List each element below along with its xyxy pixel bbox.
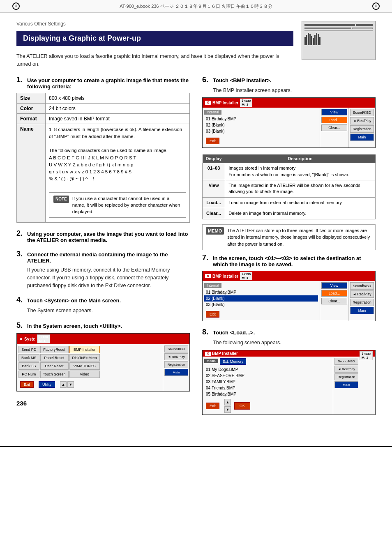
- load-item-03[interactable]: 03:FAMILY.BMP: [204, 379, 331, 385]
- disk-to-ext-btn[interactable]: DiskToExtMem: [69, 354, 100, 362]
- side-registration-1[interactable]: Registration: [350, 125, 374, 133]
- step-4: 4. Touch <System> on the Main screen. Th…: [16, 296, 190, 315]
- bank-ls-btn[interactable]: Bank LS: [18, 362, 39, 370]
- top-registration-bar: AT-900_e.book 236 ページ ２０１８年９月１６日 火曜日 午前１…: [0, 0, 392, 13]
- step-6: 6. Touch <BMP Installer>. The BMP Instal…: [202, 76, 376, 148]
- bmp-close-2[interactable]: ✕: [205, 274, 211, 278]
- clear-btn-2[interactable]: Clear...: [321, 298, 347, 304]
- load-btn-1[interactable]: Load...: [321, 117, 347, 123]
- send-pd-btn[interactable]: Send PD: [18, 346, 39, 353]
- step-2-title: Using your computer, save the image that…: [27, 231, 190, 243]
- bmp-item-02[interactable]: 02:(Blank): [204, 122, 318, 128]
- internal-tab-1[interactable]: Internal: [204, 110, 221, 115]
- desc-text-4: Delete an image from internal memory.: [225, 208, 376, 219]
- side-main-2[interactable]: Main: [350, 307, 374, 314]
- main-btn[interactable]: Main: [164, 369, 188, 376]
- load-rec-play[interactable]: ◄ Rec/Play: [334, 366, 358, 373]
- load-exit-btn[interactable]: Exit: [206, 403, 219, 409]
- step-7-heading: 7. In the screen, touch <01>–<03> to sel…: [202, 253, 376, 267]
- bmp2-item-02[interactable]: 02:(Blank): [204, 295, 318, 302]
- desc-header-row: Display Description: [203, 154, 376, 163]
- sys-exit-btn[interactable]: Exit: [20, 381, 34, 388]
- step-7-title: In the screen, touch <01>–<03> to select…: [213, 255, 376, 267]
- load-sound-kbd[interactable]: Sound/KBD: [334, 358, 358, 365]
- table-row: Format Image saved in BMP format: [17, 113, 190, 124]
- internal-tab-2[interactable]: Internal: [204, 283, 221, 288]
- table-row: View The image stored in the ATELIER wil…: [203, 180, 376, 198]
- sys-close-btn[interactable]: ✕: [19, 337, 23, 341]
- main-two-col: 1. Use your computer to create a graphic…: [16, 76, 376, 421]
- load-btn-2[interactable]: Load...: [321, 290, 347, 297]
- load-arrow-down[interactable]: ▼: [224, 406, 231, 413]
- bmp-installer-btn[interactable]: BMP Installer: [69, 346, 100, 353]
- load-item-04[interactable]: 04:Friends.BMP: [204, 385, 331, 391]
- registration-btn[interactable]: Registration: [164, 361, 188, 368]
- desc-text-3: Load an image from external media into i…: [225, 197, 376, 208]
- step-7: 7. In the screen, touch <01>–<03> to sel…: [202, 253, 376, 321]
- clear-btn-1[interactable]: Clear...: [321, 124, 347, 131]
- utility-btn[interactable]: Utility: [39, 381, 55, 388]
- load-main[interactable]: Main: [334, 381, 358, 388]
- name-value: 1–8 characters in length (lowercase is o…: [46, 124, 190, 223]
- system-screen-mockup: ✕ Syste ♩+130M: 1 Send PD Bank MS B: [16, 333, 190, 391]
- step-3-heading: 3. Connect the external media containing…: [16, 250, 190, 264]
- side-sound-kbd-2[interactable]: Sound/KBD: [350, 282, 374, 290]
- bmp-title-bar-1: ✕ BMP Installer ♩+130M: 1: [203, 98, 375, 108]
- note-label: NOTE: [53, 196, 69, 203]
- ext-memory-btn[interactable]: Ext. Memory: [220, 358, 247, 365]
- intro-text: The ATELIER allows you to load a favorit…: [16, 53, 293, 68]
- bmp2-item-03[interactable]: 03:(Blank): [204, 302, 318, 308]
- reg-mark-right: [372, 2, 380, 10]
- ok-btn[interactable]: OK: [234, 402, 250, 410]
- user-reset-btn[interactable]: User Reset: [40, 362, 69, 370]
- memo-label: MEMO: [206, 227, 224, 235]
- rec-play-btn[interactable]: ◄ Rec/Play: [164, 353, 188, 360]
- sound-kbd-btn[interactable]: Sound/KBD: [164, 345, 188, 352]
- side-sound-kbd-1[interactable]: Sound/KBD: [350, 109, 374, 116]
- bmp-exit-1[interactable]: Exit: [206, 138, 219, 144]
- bmp-item-03[interactable]: 03:(Blank): [204, 128, 318, 134]
- arrow-up-btn[interactable]: ▲: [60, 381, 67, 388]
- load-arrow-up[interactable]: ▲: [224, 399, 231, 405]
- load-item-05[interactable]: 05:Birthday.BMP: [204, 391, 331, 397]
- load-close-btn[interactable]: ✕: [205, 352, 211, 356]
- load-body: Media Ext. Memory 01:My-Dogs.BMP 02:SEAS…: [203, 357, 360, 415]
- table-row: 01–03 Images stored in internal memoryFo…: [203, 163, 376, 180]
- view-btn-1[interactable]: View: [321, 109, 347, 115]
- side-main-1[interactable]: Main: [350, 134, 374, 141]
- step-1-heading: 1. Use your computer to create a graphic…: [16, 76, 190, 90]
- side-btns-1: Sound/KBD ◄ Rec/Play Registration Main: [348, 108, 375, 147]
- video-btn[interactable]: Video: [69, 371, 100, 378]
- step-1-number: 1.: [16, 76, 25, 84]
- bmp-item-01[interactable]: 01:Birthday.BMP: [204, 116, 318, 122]
- side-rec-play-1[interactable]: ◄ Rec/Play: [350, 117, 374, 124]
- bmp2-item-01[interactable]: 01:Birthday.BMP: [204, 289, 318, 295]
- bmp-installer-screen-2: ✕ BMP Installer ♩+130M: 1 Internal 01:Bi…: [202, 271, 376, 321]
- load-registration[interactable]: Registration: [334, 373, 358, 380]
- bmp-body-2: Internal 01:Birthday.BMP 02:(Blank) 03:(…: [203, 281, 375, 321]
- vima-tunes-btn[interactable]: VIMA TUNES: [69, 362, 100, 370]
- load-item-01[interactable]: 01:My-Dogs.BMP: [204, 366, 331, 373]
- side-rec-play-2[interactable]: ◄ Rec/Play: [350, 290, 374, 298]
- bmp-exit-2[interactable]: Exit: [206, 311, 219, 318]
- table-row: Size 800 x 480 pixels: [17, 93, 190, 103]
- desc-text-2: The image stored in the ATELIER will be …: [225, 180, 376, 198]
- step-1: 1. Use your computer to create a graphic…: [16, 76, 190, 223]
- load-item-02[interactable]: 02:SEASHORE.BMP: [204, 373, 331, 379]
- factory-reset-btn[interactable]: FactoryReset: [40, 346, 69, 353]
- touch-screen-btn[interactable]: Touch Screen: [40, 371, 69, 378]
- step-3-title: Connect the external media containing th…: [27, 251, 190, 264]
- view-btn-2[interactable]: View: [321, 282, 347, 289]
- arrow-down-btn[interactable]: ▼: [67, 381, 74, 388]
- panel-reset-btn[interactable]: Panel Reset: [40, 354, 69, 362]
- load-title-text: BMP Installer: [212, 351, 238, 356]
- step-5-heading: 5. In the System screen, touch <Utility>…: [16, 321, 190, 330]
- side-registration-2[interactable]: Registration: [350, 299, 374, 306]
- bmp-close-1[interactable]: ✕: [205, 101, 211, 105]
- step-6-number: 6.: [202, 76, 210, 84]
- load-left-panel: Media Ext. Memory 01:My-Dogs.BMP 02:SEAS…: [203, 357, 333, 415]
- pc-num-btn[interactable]: PC Num: [18, 371, 39, 378]
- format-label: Format: [17, 113, 46, 124]
- table-row: Color 24 bit colors: [17, 103, 190, 113]
- bank-ms-btn[interactable]: Bank MS: [18, 354, 39, 362]
